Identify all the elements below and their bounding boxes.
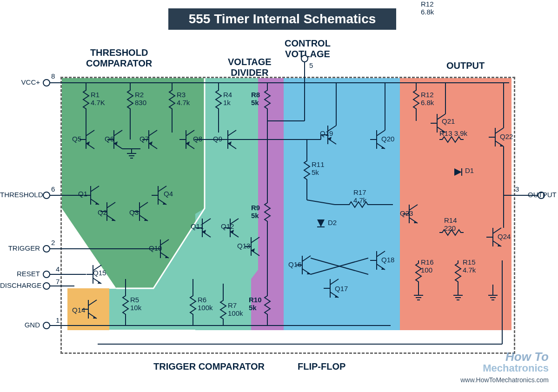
resistor-R8 <box>265 87 270 112</box>
label-Q11: Q11 <box>191 222 204 230</box>
pin-num-1: 1 <box>56 316 60 324</box>
label-Q19: Q19 <box>320 129 333 137</box>
resistor-R5 <box>123 293 128 317</box>
label-R1: R1 4.7K <box>91 91 105 107</box>
transistor-Q5 <box>80 130 94 149</box>
label-R5: R5 10k <box>130 296 141 312</box>
label-Q10: Q10 <box>149 244 162 252</box>
label-R16: R16 100 <box>421 258 434 274</box>
label-Q20: Q20 <box>381 135 394 143</box>
label-R6: R6 100k <box>198 296 213 312</box>
resistor-R7 <box>220 298 226 322</box>
label-R4: R4 1k <box>223 91 232 107</box>
label-Q21: Q21 <box>442 117 455 125</box>
terminal-reset <box>43 271 50 278</box>
label-Q8: Q8 <box>193 135 202 143</box>
pin-num-4: 4 <box>56 265 60 273</box>
pin-num-8: 8 <box>51 72 55 80</box>
label-Q23: Q23 <box>400 209 413 217</box>
terminal-control <box>301 55 308 62</box>
terminal-gnd <box>43 322 50 329</box>
label-Q24: Q24 <box>498 233 511 240</box>
resistor-R6 <box>190 293 196 317</box>
resistor-R1 <box>83 87 89 112</box>
pin-label-output: OUTPUT <box>528 191 558 199</box>
resistor-R10 <box>265 293 270 317</box>
label-Q6: Q6 <box>105 135 114 143</box>
pin-label-discharge: DISCHARGE <box>0 281 40 289</box>
label-Q17: Q17 <box>335 285 348 292</box>
pin-num-2: 2 <box>51 239 55 246</box>
svg-line-58 <box>307 200 335 205</box>
terminal-discharge <box>43 282 50 290</box>
label-Q16: Q16 <box>288 260 301 268</box>
label-R3: R3 4.7k <box>177 91 190 107</box>
label-R14: R14 220 <box>444 216 457 233</box>
pin-num-6: 6 <box>51 185 55 193</box>
label-Q5: Q5 <box>72 135 81 143</box>
label-Q14: Q14 <box>72 306 85 314</box>
resistor-R15 <box>455 260 461 285</box>
pin-label-reset: RESET <box>5 270 40 278</box>
pin-label-vcc: VCC+ <box>5 78 40 86</box>
label-R8: R8 5k <box>251 91 260 107</box>
pin-label-threshold: THRESHOLD <box>0 191 40 199</box>
label-Q9: Q9 <box>213 135 222 143</box>
label-R11: R11 5k <box>312 160 325 177</box>
resistor-R4 <box>216 87 221 112</box>
label-Q13: Q13 <box>237 242 250 250</box>
label-D2: D2 <box>328 219 337 226</box>
label-Q12: Q12 <box>221 222 234 230</box>
label-R9: R9 5k <box>251 204 260 220</box>
pin-num-5: 5 <box>309 61 313 69</box>
label-D1: D1 <box>465 166 474 174</box>
label-Q18: Q18 <box>381 256 394 264</box>
label-Q7: Q7 <box>140 135 149 143</box>
watermark-mechatronics: Mechatronics <box>483 362 549 374</box>
label-Q3: Q3 <box>129 208 139 216</box>
watermark-url: www.HowToMechatronics.com <box>460 376 549 384</box>
label-R2: R2 830 <box>135 91 146 107</box>
label-Q1: Q1 <box>78 190 87 198</box>
label-Q2: Q2 <box>98 208 107 216</box>
label-R12b: R12 6.8k <box>421 91 434 107</box>
label-R13: R13 3.9k <box>439 129 467 137</box>
label-R7: R7 100k <box>228 301 243 318</box>
label-R10: R10 5k <box>249 296 262 312</box>
terminal-vcc <box>43 79 50 86</box>
transistor-Q8 <box>179 130 194 149</box>
label-Q4: Q4 <box>164 190 173 198</box>
label-Q22: Q22 <box>500 133 513 140</box>
terminal-threshold <box>43 192 50 199</box>
pin-num-3: 3 <box>515 185 519 193</box>
terminal-trigger <box>43 245 50 252</box>
resistor-R13 <box>439 137 464 142</box>
resistor-R2 <box>127 87 133 112</box>
resistor-R3 <box>169 87 175 112</box>
label-Q15: Q15 <box>93 269 106 277</box>
diode-D2 <box>317 219 325 227</box>
label-R15: R15 4.7k <box>463 258 476 274</box>
stage: 555 Timer Internal Schematics THRESHOLD … <box>0 0 558 392</box>
pin-label-trigger: TRIGGER <box>5 244 40 252</box>
resistor-R9 <box>265 200 270 224</box>
resistor-R12 <box>413 87 419 112</box>
diode-D1 <box>454 168 462 176</box>
pin-num-7: 7 <box>56 278 60 286</box>
resistor-R11 <box>304 158 310 182</box>
label-R17: R17 4.7k <box>353 188 366 205</box>
label-R12: R12 6.8k <box>421 0 434 16</box>
pin-label-gnd: GND <box>5 321 40 329</box>
